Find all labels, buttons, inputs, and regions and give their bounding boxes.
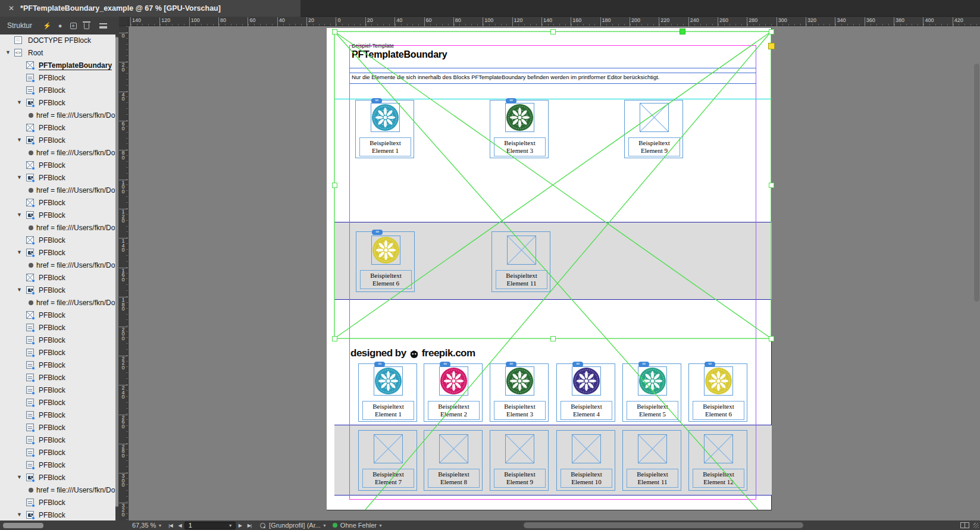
element-card[interactable]: ∞ Beispieltext Element 1 (358, 363, 417, 422)
preflight-profile[interactable]: [Grundprofil] (Ar... (269, 522, 321, 529)
image-frame[interactable] (572, 434, 601, 463)
element-card[interactable]: ∞ Beispieltext Element 1 (355, 100, 414, 158)
page-number-input[interactable]: 1 ▼ (184, 522, 236, 529)
prev-page-button[interactable]: ◀ (179, 523, 181, 528)
tree-node-row[interactable]: ▼PFBlock (0, 509, 115, 520)
chevron-down-icon[interactable]: ▼ (17, 512, 22, 518)
tree-node-row[interactable]: ▼PFBlock (0, 172, 115, 184)
tree-node-row[interactable]: ▼PFBlock (0, 97, 115, 109)
image-frame[interactable] (374, 434, 403, 463)
image-frame[interactable] (704, 434, 733, 463)
image-frame[interactable] (439, 366, 468, 396)
selection-handle[interactable] (769, 183, 774, 188)
card-text-frame[interactable]: Beispieltext Element 3 (494, 401, 546, 420)
image-frame[interactable] (371, 236, 400, 265)
ruler-origin-box[interactable] (119, 17, 129, 26)
add-icon[interactable]: + (67, 22, 80, 29)
element-card[interactable]: Beispieltext Element 11 (491, 231, 550, 292)
chevron-down-icon[interactable]: ▼ (17, 287, 22, 293)
tree-node-row[interactable]: ∷DOCTYPE PFBlock (0, 35, 115, 47)
trash-icon[interactable] (80, 22, 93, 29)
tree-node-row[interactable]: PFBlock (0, 234, 115, 247)
element-card[interactable]: ∞ Beispieltext Element 6 (356, 231, 415, 292)
tree-node-row[interactable]: ▼PFBlock (0, 472, 115, 484)
tree-node-row[interactable]: ▼PFBlock (0, 134, 115, 147)
tree-node-row[interactable]: PFBlock (0, 372, 115, 384)
chevron-down-icon[interactable]: ▼ (17, 99, 22, 105)
tree-node-row[interactable]: ▼PFBlock (0, 284, 115, 297)
tree-node-row[interactable]: PFBlock (0, 359, 115, 372)
tree-node-row[interactable]: PFBlock (0, 197, 115, 209)
tree-node-row[interactable]: PFBlock (0, 309, 115, 322)
corner-edit-handle[interactable] (768, 43, 775, 49)
chevron-down-icon[interactable]: ▼ (17, 249, 22, 255)
image-frame[interactable] (638, 366, 667, 396)
document-tab[interactable]: ✕ *PFTemplateBoundary_example @ 67 % [GP… (0, 0, 300, 17)
tree-node-row[interactable]: ▼PFBlock (0, 247, 115, 259)
tree-node-row[interactable]: PFBlock (0, 459, 115, 472)
chevron-down-icon[interactable]: ▼ (17, 137, 22, 143)
tree-attribute-row[interactable]: href = file:///Users/fkn/Do (0, 259, 115, 272)
tree-attribute-row[interactable]: href = file:///Users/fkn/Do (0, 484, 115, 497)
selection-handle[interactable] (550, 336, 556, 341)
tree-node-row[interactable]: PFBlock (0, 272, 115, 284)
selection-handle[interactable] (769, 336, 774, 341)
tree-node-row[interactable]: ▼PFBlock (0, 209, 115, 222)
card-text-frame[interactable]: Beispieltext Element 11 (627, 469, 678, 488)
tree-node-row[interactable]: PFTemplateBoundary (0, 59, 115, 72)
card-text-frame[interactable]: Beispieltext Element 4 (561, 401, 612, 420)
tree-node-row[interactable]: PFBlock (0, 347, 115, 359)
tree-attribute-row[interactable]: href = file:///Users/fkn/Do (0, 297, 115, 309)
card-text-frame[interactable]: Beispieltext Element 12 (693, 469, 744, 488)
zoom-chevron-icon[interactable]: ▼ (158, 523, 162, 528)
tree-node-row[interactable]: PFBlock (0, 397, 115, 409)
image-frame[interactable] (640, 103, 669, 132)
card-text-frame[interactable]: Beispieltext Element 6 (360, 270, 412, 289)
image-frame[interactable] (507, 236, 536, 265)
tree-node-row[interactable]: PFBlock (0, 447, 115, 459)
card-text-frame[interactable]: Beispieltext Element 10 (561, 469, 612, 488)
split-window-icon[interactable] (960, 522, 969, 528)
tree-node-row[interactable]: PFBlock (0, 84, 115, 97)
element-card[interactable]: Beispieltext Element 10 (556, 430, 615, 491)
selection-handle[interactable] (550, 29, 556, 35)
canvas-hscrollbar-thumb[interactable] (524, 522, 803, 528)
card-text-frame[interactable]: Beispieltext Element 1 (362, 401, 414, 420)
chevron-down-icon[interactable]: ▼ (17, 212, 22, 218)
tree-node-row[interactable]: PFBlock (0, 72, 115, 84)
flash-icon[interactable]: ⚡ (40, 22, 54, 30)
selection-handle[interactable] (769, 29, 774, 35)
selection-handle-filled[interactable] (680, 29, 685, 35)
card-text-frame[interactable]: Beispieltext Element 9 (628, 137, 680, 156)
card-text-frame[interactable]: Beispieltext Element 11 (496, 270, 547, 289)
element-card[interactable]: Beispieltext Element 9 (624, 100, 683, 158)
preflight-status[interactable]: Ohne Fehler (340, 522, 377, 529)
card-text-frame[interactable]: Beispieltext Element 5 (627, 401, 678, 420)
structure-hscrollbar-thumb[interactable] (3, 523, 43, 528)
card-text-frame[interactable]: Beispieltext Element 1 (359, 137, 411, 156)
profile-chevron-icon[interactable]: ▼ (323, 523, 327, 528)
tree-node-row[interactable]: PFBlock (0, 159, 115, 172)
element-card[interactable]: Beispieltext Element 12 (688, 430, 747, 491)
first-page-button[interactable]: |◀ (168, 523, 172, 528)
card-text-frame[interactable]: Beispieltext Element 2 (428, 401, 480, 420)
page-chevron-icon[interactable]: ▼ (228, 523, 233, 528)
image-frame[interactable] (505, 434, 534, 463)
element-card[interactable]: Beispieltext Element 9 (490, 430, 549, 491)
chevron-down-icon[interactable]: ▼ (17, 474, 22, 480)
horizontal-ruler[interactable]: 1401201008060402002040608010012014016018… (119, 17, 980, 26)
selection-handle[interactable] (332, 183, 337, 188)
image-frame[interactable] (439, 434, 468, 463)
tree-node-row[interactable]: PFBlock (0, 409, 115, 422)
element-card[interactable]: Beispieltext Element 7 (358, 430, 417, 491)
selection-handle[interactable] (332, 29, 337, 35)
element-card[interactable]: ∞ Beispieltext Element 6 (688, 363, 747, 422)
status-chevron-icon[interactable]: ▼ (378, 523, 383, 528)
selection-handle[interactable] (332, 336, 337, 341)
image-frame[interactable] (371, 103, 400, 132)
image-frame[interactable] (638, 434, 667, 463)
tree-node-row[interactable]: PFBlock (0, 497, 115, 509)
element-card[interactable]: ∞ Beispieltext Element 4 (556, 363, 615, 422)
image-frame[interactable] (374, 366, 403, 396)
element-card[interactable]: ∞ Beispieltext Element 5 (622, 363, 681, 422)
